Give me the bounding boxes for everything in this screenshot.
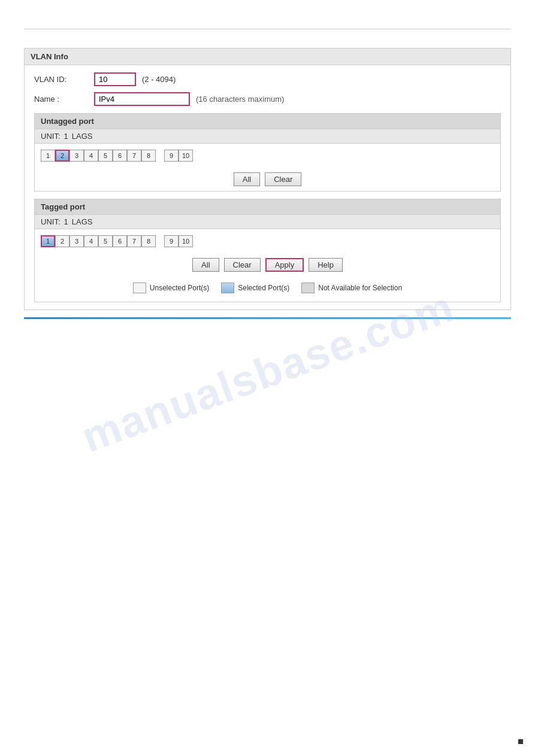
tagged-port-3[interactable]: 3 bbox=[69, 235, 84, 247]
tagged-port-2[interactable]: 2 bbox=[55, 235, 69, 247]
untagged-port-2-label: 2 bbox=[61, 152, 64, 159]
name-hint: (16 characters maximum) bbox=[196, 95, 284, 104]
top-divider bbox=[24, 29, 511, 29]
tagged-port-title: Tagged port bbox=[35, 199, 500, 215]
bottom-border bbox=[24, 317, 511, 319]
tagged-clear-button[interactable]: Clear bbox=[224, 258, 261, 272]
tagged-unit-row: UNIT: 1 LAGS bbox=[35, 215, 500, 229]
tagged-port-8[interactable]: 8 bbox=[141, 235, 156, 247]
tagged-port-7-label: 7 bbox=[132, 238, 136, 245]
untagged-port-10-label: 10 bbox=[182, 152, 189, 159]
untagged-port-1-label: 1 bbox=[46, 152, 50, 159]
name-row: Name : (16 characters maximum) bbox=[34, 92, 501, 106]
untagged-port-5[interactable]: 5 bbox=[98, 150, 113, 162]
vlan-id-label: VLAN ID: bbox=[34, 75, 94, 84]
untagged-port-2[interactable]: 2 bbox=[55, 150, 69, 162]
tagged-ports-group-2: 9 10 bbox=[164, 235, 193, 247]
untagged-port-8[interactable]: 8 bbox=[141, 150, 156, 162]
untagged-port-10[interactable]: 10 bbox=[179, 150, 193, 162]
tagged-ports-group-1: 1 2 3 4 bbox=[41, 235, 156, 247]
tagged-port-2-label: 2 bbox=[61, 238, 64, 245]
untagged-port-panel: Untagged port UNIT: 1 LAGS 1 bbox=[34, 113, 501, 192]
untagged-port-5-label: 5 bbox=[104, 152, 107, 159]
page-container: VLAN Info VLAN ID: (2 - 4094) Name : (16… bbox=[0, 0, 535, 756]
vlan-id-hint: (2 - 4094) bbox=[142, 75, 176, 84]
tagged-help-button[interactable]: Help bbox=[309, 258, 343, 272]
tagged-port-7[interactable]: 7 bbox=[127, 235, 141, 247]
name-input[interactable] bbox=[94, 92, 190, 106]
tagged-port-8-label: 8 bbox=[147, 238, 150, 245]
untagged-port-9[interactable]: 9 bbox=[164, 150, 179, 162]
legend-selected-item: Selected Port(s) bbox=[221, 283, 289, 293]
vlan-id-input[interactable] bbox=[94, 72, 136, 86]
tagged-apply-button[interactable]: Apply bbox=[265, 258, 304, 272]
legend-selected-label: Selected Port(s) bbox=[238, 284, 289, 292]
untagged-port-3[interactable]: 3 bbox=[69, 150, 84, 162]
legend-unselected-item: Unselected Port(s) bbox=[133, 283, 209, 293]
tagged-unit-label: UNIT: bbox=[41, 217, 61, 226]
untagged-ports-row: 1 2 3 4 bbox=[35, 144, 500, 168]
untagged-all-button[interactable]: All bbox=[234, 172, 260, 186]
untagged-port-1[interactable]: 1 bbox=[41, 150, 55, 162]
legend-unselected-icon bbox=[133, 283, 146, 293]
tagged-port-10[interactable]: 10 bbox=[179, 235, 193, 247]
name-label: Name : bbox=[34, 95, 94, 104]
untagged-port-3-label: 3 bbox=[75, 152, 78, 159]
legend-unselected-label: Unselected Port(s) bbox=[150, 284, 209, 292]
tagged-action-row: All Clear Apply Help bbox=[35, 253, 500, 277]
untagged-port-7-label: 7 bbox=[132, 152, 136, 159]
legend-na-label: Not Available for Selection bbox=[318, 284, 402, 292]
untagged-port-4-label: 4 bbox=[89, 152, 93, 159]
bottom-right-mark bbox=[518, 739, 523, 744]
tagged-ports-row: 1 2 3 4 bbox=[35, 229, 500, 253]
untagged-port-title: Untagged port bbox=[35, 114, 500, 129]
untagged-port-8-label: 8 bbox=[147, 152, 150, 159]
vlan-id-row: VLAN ID: (2 - 4094) bbox=[34, 72, 501, 86]
tagged-port-4-label: 4 bbox=[89, 238, 93, 245]
untagged-port-6[interactable]: 6 bbox=[113, 150, 127, 162]
untagged-port-9-label: 9 bbox=[170, 152, 173, 159]
untagged-clear-button[interactable]: Clear bbox=[265, 172, 301, 186]
untagged-unit-value: 1 bbox=[64, 132, 68, 141]
tagged-port-3-label: 3 bbox=[75, 238, 78, 245]
legend-selected-icon bbox=[221, 283, 234, 293]
tagged-port-10-label: 10 bbox=[182, 238, 189, 245]
tagged-port-4[interactable]: 4 bbox=[84, 235, 98, 247]
tagged-port-9[interactable]: 9 bbox=[164, 235, 179, 247]
legend-na-icon bbox=[301, 283, 315, 293]
tagged-lags-link[interactable]: LAGS bbox=[72, 217, 93, 226]
untagged-action-row: All Clear bbox=[35, 168, 500, 191]
untagged-port-7[interactable]: 7 bbox=[127, 150, 141, 162]
untagged-port-4[interactable]: 4 bbox=[84, 150, 98, 162]
untagged-lags-link[interactable]: LAGS bbox=[72, 132, 93, 141]
legend-row: Unselected Port(s) Selected Port(s) Not … bbox=[35, 277, 500, 302]
tagged-port-5-label: 5 bbox=[104, 238, 107, 245]
tagged-unit-value: 1 bbox=[64, 217, 68, 226]
tagged-port-1[interactable]: 1 bbox=[41, 235, 55, 247]
untagged-ports-group-1: 1 2 3 4 bbox=[41, 150, 156, 162]
untagged-ports-group-2: 9 10 bbox=[164, 150, 193, 162]
tagged-port-6-label: 6 bbox=[118, 238, 122, 245]
untagged-unit-row: UNIT: 1 LAGS bbox=[35, 129, 500, 144]
untagged-unit-label: UNIT: bbox=[41, 132, 61, 141]
tagged-port-5[interactable]: 5 bbox=[98, 235, 113, 247]
vlan-info-panel: VLAN Info VLAN ID: (2 - 4094) Name : (16… bbox=[24, 48, 511, 310]
vlan-panel-body: VLAN ID: (2 - 4094) Name : (16 character… bbox=[25, 65, 510, 309]
vlan-info-title: VLAN Info bbox=[25, 48, 510, 65]
main-content: VLAN Info VLAN ID: (2 - 4094) Name : (16… bbox=[24, 48, 511, 319]
tagged-port-6[interactable]: 6 bbox=[113, 235, 127, 247]
tagged-all-button[interactable]: All bbox=[192, 258, 219, 272]
tagged-port-panel: Tagged port UNIT: 1 LAGS 1 bbox=[34, 199, 501, 302]
untagged-port-6-label: 6 bbox=[118, 152, 122, 159]
tagged-port-9-label: 9 bbox=[170, 238, 173, 245]
tagged-port-1-label: 1 bbox=[46, 238, 50, 245]
legend-na-item: Not Available for Selection bbox=[301, 283, 402, 293]
